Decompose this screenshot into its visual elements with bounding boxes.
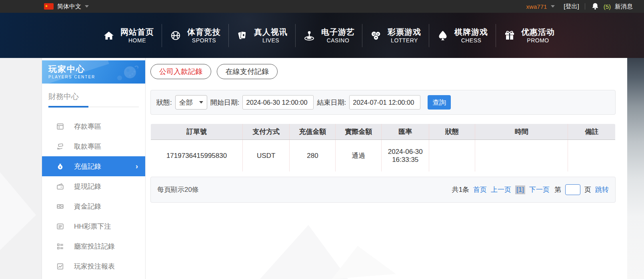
wallet-icon <box>56 182 64 191</box>
nav-item-sports[interactable]: 体育竞技 SPORTS <box>162 23 228 48</box>
nav-label-zh: 优惠活动 <box>521 27 555 37</box>
finance-center-title: 財務中心 <box>42 84 145 106</box>
nav-label-zh: 棋牌游戏 <box>454 27 488 37</box>
sidebar-item-hh-lottery-bets[interactable]: HH彩票下注 <box>42 216 145 236</box>
language-selector[interactable]: ★ 简体中文 <box>0 3 89 10</box>
sidebar-item-label: 提現記錄 <box>74 182 101 191</box>
page-number-input[interactable] <box>565 184 580 195</box>
cell-time <box>475 140 568 172</box>
report-chart-icon <box>56 262 64 271</box>
jump-link[interactable]: 跳转 <box>595 185 609 194</box>
sidebar-item-label: 廳室投註記錄 <box>74 242 115 251</box>
spade-icon <box>437 30 449 42</box>
prev-page-link[interactable]: 上一页 <box>491 185 511 194</box>
sidebar: 玩家中心 PLAYERS CENTER 財務中心 <box>42 58 146 279</box>
search-button[interactable]: 查詢 <box>428 95 451 110</box>
nav-item-promo[interactable]: 优惠活动 PROMO <box>496 23 562 48</box>
cell-recharge-amount: 280 <box>290 140 336 172</box>
nav-item-lottery[interactable]: 彩票游戏 LOTTERY <box>362 23 429 48</box>
column-header: 實際金額 <box>336 124 382 140</box>
sidebar-item-withdraw-area[interactable]: 取款專區 <box>42 136 145 156</box>
page: ★ 简体中文 xwa771 [登出] (5) 新消息 网站首页 HOME <box>0 0 644 279</box>
logout-link[interactable]: [登出] <box>564 3 579 10</box>
left-background-strip <box>0 58 42 279</box>
deposit-machine-icon <box>56 122 64 131</box>
sidebar-item-label: 存款專區 <box>74 122 101 131</box>
table-header-row: 訂單號 支付方式 充值金額 實際金額 匯率 狀態 時間 備註 <box>151 124 616 140</box>
chevron-down-icon[interactable] <box>551 5 555 8</box>
sidebar-item-withdrawal-records[interactable]: 提現記錄 <box>42 176 145 196</box>
per-page-label: 每頁顯示20條 <box>157 185 199 194</box>
nav-item-chess[interactable]: 棋牌游戏 CHESS <box>429 23 496 48</box>
nav-label-en: CHESS <box>454 37 488 44</box>
sidebar-item-player-bet-report[interactable]: 玩家投注報表 <box>42 256 145 276</box>
end-date-input[interactable] <box>349 95 420 110</box>
message-count: (5) <box>604 3 611 10</box>
basketball-icon <box>170 30 182 42</box>
nav-label-en: LIVES <box>254 37 288 44</box>
sidebar-item-funds-records[interactable]: 資金記錄 <box>42 196 145 216</box>
chevron-right-icon: › <box>136 162 138 171</box>
nav-label-zh: 网站首页 <box>120 27 154 37</box>
column-header: 匯率 <box>382 124 429 140</box>
language-label: 简体中文 <box>57 3 81 10</box>
cell-payment-method: USDT <box>243 140 290 172</box>
nav-label-en: HOME <box>120 37 154 44</box>
nav-label-zh: 电子游艺 <box>321 27 355 37</box>
cell-remark <box>568 140 616 172</box>
status-select[interactable]: 全部 <box>175 95 207 110</box>
column-header: 備註 <box>568 124 616 140</box>
nav-label-en: SPORTS <box>187 37 221 44</box>
messages-link[interactable]: 新消息 <box>615 3 633 10</box>
list-card-icon <box>56 222 64 231</box>
gift-icon <box>504 30 516 42</box>
records-table: 訂單號 支付方式 充值金額 實際金額 匯率 狀態 時間 備註 171973641… <box>150 124 616 172</box>
column-header: 狀態 <box>429 124 475 140</box>
username[interactable]: xwa771 <box>526 3 547 10</box>
svg-text:¥: ¥ <box>59 165 61 169</box>
chevron-down-icon <box>85 5 89 8</box>
sidebar-item-deposit[interactable]: 存款專區 <box>42 116 145 136</box>
lottery-balls-icon <box>370 30 382 42</box>
pagination-bar: 每頁顯示20條 共1条 首页 上一页 [1] 下一页 第 页 跳转 <box>150 177 616 203</box>
record-tabs: 公司入款記錄 在線支付記錄 <box>150 64 616 79</box>
players-center-title: 玩家中心 <box>48 64 145 74</box>
content-area: 玩家中心 PLAYERS CENTER 財務中心 <box>0 58 644 279</box>
start-date-input[interactable] <box>242 95 314 110</box>
first-page-link[interactable]: 首页 <box>473 185 487 194</box>
joystick-icon <box>303 30 316 42</box>
bell-icon[interactable] <box>591 2 600 11</box>
tab-online-payment-records[interactable]: 在線支付記錄 <box>217 64 278 79</box>
home-icon <box>103 30 115 42</box>
sidebar-item-hall-bet-records[interactable]: 廳室投註記錄 <box>42 236 145 256</box>
nav-item-lives[interactable]: 真人视讯 LIVES <box>229 23 295 48</box>
tab-company-deposit-records[interactable]: 公司入款記錄 <box>150 64 211 79</box>
nav-item-home[interactable]: 网站首页 HOME <box>95 23 162 48</box>
main-nav: 网站首页 HOME 体育竞技 SPORTS <box>0 13 644 58</box>
sidebar-item-label: 充值記錄 <box>74 162 101 171</box>
current-page-indicator: [1] <box>515 185 525 194</box>
cell-order-number: 1719736415995830 <box>151 140 243 172</box>
cell-actual-amount: 通過 <box>336 140 382 172</box>
page-suffix-label: 页 <box>584 185 591 194</box>
start-date-label: 開始日期: <box>210 98 240 107</box>
status-label: 狀態: <box>156 98 172 107</box>
section-underline <box>48 106 139 108</box>
sidebar-menu: 存款專區 取款專區 ¥ 充值記錄 › <box>42 116 145 276</box>
nav-label-zh: 体育竞技 <box>187 27 221 37</box>
total-count: 共1条 <box>452 185 469 194</box>
nav-label-zh: 真人视讯 <box>254 27 288 37</box>
column-header: 訂單號 <box>151 124 243 140</box>
sidebar-item-label: 玩家投注報表 <box>74 262 115 271</box>
cell-status <box>429 140 475 172</box>
sidebar-item-recharge-records[interactable]: ¥ 充值記錄 › <box>42 156 145 176</box>
nav-item-casino[interactable]: 电子游艺 CASINO <box>296 23 362 48</box>
grid-list-icon <box>56 242 64 251</box>
divider <box>585 3 585 10</box>
players-center-subtitle: PLAYERS CENTER <box>48 74 145 80</box>
main-panel: 公司入款記錄 在線支付記錄 狀態: 全部 開始日期: 結束日期: 查詢 <box>150 64 616 203</box>
money-bag-icon: ¥ <box>56 162 64 171</box>
column-header: 支付方式 <box>243 124 290 140</box>
nav-label-en: LOTTERY <box>388 37 421 44</box>
next-page-link[interactable]: 下一页 <box>529 185 550 194</box>
